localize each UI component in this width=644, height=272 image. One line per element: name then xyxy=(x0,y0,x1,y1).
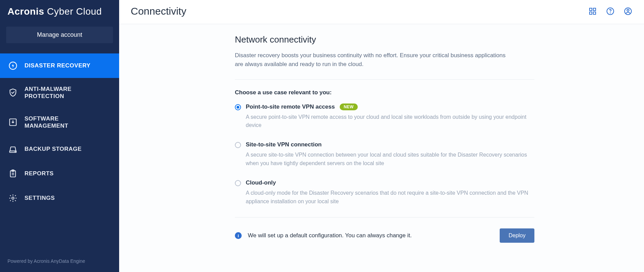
sidebar-item-label: SOFTWARE MANAGEMENT xyxy=(25,115,99,130)
svg-rect-9 xyxy=(590,12,592,14)
option-description: A secure site-to-site VPN connection bet… xyxy=(246,151,534,168)
apps-grid-icon[interactable] xyxy=(588,7,597,16)
section-lead: Disaster recovery boosts your business c… xyxy=(235,51,514,69)
help-icon[interactable] xyxy=(606,7,615,16)
option-title: Cloud-only xyxy=(246,179,276,186)
disk-icon xyxy=(8,144,18,154)
sidebar-item-anti-malware[interactable]: ANTI-MALWARE PROTECTION xyxy=(0,78,119,108)
option-body: Site-to-site VPN connection A secure sit… xyxy=(246,141,534,168)
svg-point-14 xyxy=(627,9,629,11)
powered-by-text: Powered by Acronis AnyData Engine xyxy=(0,252,119,272)
option-cloud-only[interactable]: Cloud-only A cloud-only mode for the Dis… xyxy=(235,179,534,206)
sidebar-nav: DISASTER RECOVERY ANTI-MALWARE PROTECTIO… xyxy=(0,53,119,252)
radio-icon xyxy=(235,180,241,186)
info-icon: i xyxy=(235,232,242,239)
option-title: Point-to-site remote VPN access xyxy=(246,103,335,110)
info-left: i We will set up a default configuration… xyxy=(235,232,412,239)
account-icon[interactable] xyxy=(624,7,632,16)
option-body: Point-to-site remote VPN access NEW A se… xyxy=(246,103,534,130)
option-description: A secure point-to-site VPN remote access… xyxy=(246,113,534,130)
svg-rect-8 xyxy=(593,8,596,11)
svg-rect-10 xyxy=(593,12,596,14)
svg-point-6 xyxy=(12,197,14,199)
sidebar-item-backup-storage[interactable]: BACKUP STORAGE xyxy=(0,137,119,161)
info-text: We will set up a default configuration. … xyxy=(248,232,412,239)
divider xyxy=(235,217,534,218)
option-title: Site-to-site VPN connection xyxy=(246,141,322,148)
sidebar-item-settings[interactable]: SETTINGS xyxy=(0,186,119,210)
choose-label: Choose a use case relevant to you: xyxy=(235,89,541,96)
svg-point-3 xyxy=(15,151,15,152)
sidebar-item-label: DISASTER RECOVERY xyxy=(25,62,91,69)
manage-account-button[interactable]: Manage account xyxy=(6,27,113,43)
brand-light: Cyber Cloud xyxy=(44,6,102,17)
content-scroll[interactable]: Network connectivity Disaster recovery b… xyxy=(119,24,644,272)
gear-icon xyxy=(8,193,18,203)
sidebar-item-software-management[interactable]: SOFTWARE MANAGEMENT xyxy=(0,108,119,137)
content: Network connectivity Disaster recovery b… xyxy=(235,24,541,256)
page-title: Connectivity xyxy=(131,5,186,17)
sidebar: Acronis Cyber Cloud Manage account DISAS… xyxy=(0,0,119,272)
sidebar-item-disaster-recovery[interactable]: DISASTER RECOVERY xyxy=(0,53,119,78)
clipboard-icon xyxy=(8,169,18,178)
bolt-icon xyxy=(8,61,18,70)
header-actions xyxy=(588,7,632,16)
sidebar-item-label: SETTINGS xyxy=(25,194,55,202)
main-area: Connectivity Network connectivity Disast… xyxy=(119,0,644,272)
sidebar-item-reports[interactable]: REPORTS xyxy=(0,161,119,186)
svg-rect-7 xyxy=(590,8,592,11)
shield-icon xyxy=(8,88,18,97)
radio-icon xyxy=(235,142,241,148)
radio-icon xyxy=(235,104,241,110)
deploy-button[interactable]: Deploy xyxy=(500,228,534,243)
option-p2s-vpn[interactable]: Point-to-site remote VPN access NEW A se… xyxy=(235,103,534,130)
download-box-icon xyxy=(8,117,18,127)
option-body: Cloud-only A cloud-only mode for the Dis… xyxy=(246,179,534,206)
page-header: Connectivity xyxy=(119,0,644,24)
section-heading: Network connectivity xyxy=(235,34,541,45)
svg-point-12 xyxy=(610,13,611,13)
sidebar-item-label: ANTI-MALWARE PROTECTION xyxy=(25,85,99,100)
sidebar-item-label: REPORTS xyxy=(25,170,54,177)
footer-row: i We will set up a default configuration… xyxy=(235,227,534,243)
option-description: A cloud-only mode for the Disaster Recov… xyxy=(246,189,534,206)
brand-bold: Acronis xyxy=(7,6,44,17)
divider xyxy=(235,79,534,80)
option-s2s-vpn[interactable]: Site-to-site VPN connection A secure sit… xyxy=(235,141,534,168)
new-badge: NEW xyxy=(340,103,358,110)
brand-logo: Acronis Cyber Cloud xyxy=(0,0,119,23)
sidebar-item-label: BACKUP STORAGE xyxy=(25,145,82,153)
